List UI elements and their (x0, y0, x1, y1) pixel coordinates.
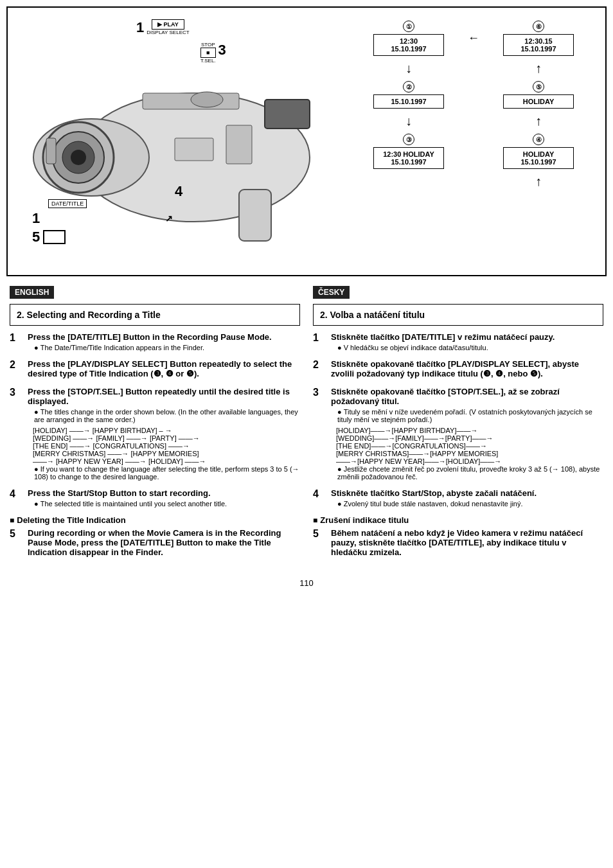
cz-step1-main: Stiskněte tlačítko [DATE/TITLE] v režimu… (331, 332, 603, 342)
diagram-section: 1 ▶ PLAY DISPLAY SELECT STOP ■ T.SEL. 3 (6, 6, 607, 276)
cz-step4-number: 4 (313, 488, 326, 509)
cz-step5-main: Během natáčení a nebo když je Video kame… (331, 528, 603, 557)
english-step2: 2 Press the [PLAY/DISPLAY SELECT] Button… (10, 359, 300, 380)
time2-line1: 15.10.1997 (379, 98, 438, 105)
czech-delete-header: Zrušení indikace titulu (313, 515, 603, 525)
step5-content: During recording or when the Movie Camer… (28, 528, 300, 559)
svg-rect-9 (46, 138, 56, 164)
czech-lang-header: ČESKY (313, 286, 350, 299)
cz-step4-main: Stiskněte tlačítko Start/Stop, abyste za… (331, 488, 603, 498)
czech-column: ČESKY 2. Volba a natáčení titulu 1 Stisk… (310, 283, 607, 569)
time3-line1: 12:30 HOLIDAY (379, 150, 438, 158)
step4-main: Press the Start/Stop Button to start rec… (28, 488, 300, 498)
time6-line1: 12:30.15 (509, 37, 568, 45)
english-lang-header: ENGLISH (10, 286, 54, 299)
svg-text:↗: ↗ (165, 213, 173, 224)
step1-main: Press the [DATE/TITLE] Button in the Rec… (28, 332, 300, 342)
czech-step4: 4 Stiskněte tlačítko Start/Stop, abyste … (313, 488, 603, 509)
czech-section-title: 2. Volba a natáčení titulu (313, 304, 603, 326)
czech-step2: 2 Stiskněte opakovaně tlačítko [PLAY/DIS… (313, 359, 603, 380)
cz-step1-sub: V hledáčku se objeví indikace data/času/… (337, 344, 603, 351)
svg-point-5 (71, 150, 86, 165)
step3-sub: The titles change in the order shown bel… (34, 408, 300, 423)
svg-rect-11 (175, 138, 213, 161)
cz-step3-sub2: Jestliže chcete změnit řeč po zvolení ti… (337, 465, 603, 481)
display-select-label: DISPLAY SELECT (147, 30, 189, 35)
time-cell-3: ③ 12:30 HOLIDAY 15.10.1997 (355, 134, 463, 169)
english-column: ENGLISH 2. Selecting and Recording a Tit… (6, 283, 303, 569)
arrow-down-1: ↓ (355, 59, 463, 78)
time-cell-6: ⑥ 12:30.15 15.10.1997 (484, 21, 592, 56)
time-cell-1: ① 12:30 15.10.1997 (355, 21, 463, 56)
stop-label: STOP (201, 42, 215, 48)
english-step3: 3 Press the [STOP/T.SEL.] Button repeate… (10, 387, 300, 482)
time-displays: ① 12:30 15.10.1997 ← ⑥ 12:30.15 15.10.19… (348, 14, 599, 269)
cz-step2-main: Stiskněte opakovaně tlačítko [PLAY/DISPL… (331, 359, 603, 378)
english-step4: 4 Press the Start/Stop Button to start r… (10, 488, 300, 509)
date-title-label: DATE/TITLE (48, 199, 87, 208)
step3-content: Press the [STOP/T.SEL.] Button repeatedl… (28, 387, 300, 482)
camera-area: 1 ▶ PLAY DISPLAY SELECT STOP ■ T.SEL. 3 (14, 14, 348, 269)
play-btn-label: ▶ PLAY (152, 19, 184, 30)
english-delete-header: Deleting the Title Indication (10, 515, 300, 525)
cz-step5-number: 5 (313, 528, 326, 559)
step3-main: Press the [STOP/T.SEL.] Button repeatedl… (28, 387, 300, 406)
time-cell-2: ② 15.10.1997 (355, 81, 463, 109)
cz-step2-content: Stiskněte opakovaně tlačítko [PLAY/DISPL… (331, 359, 603, 380)
arrow-up-4: ↑ (484, 172, 592, 191)
time3-line2: 15.10.1997 (379, 158, 438, 166)
step5-main: During recording or when the Movie Camer… (28, 528, 300, 557)
step1-content: Press the [DATE/TITLE] Button in the Rec… (28, 332, 300, 353)
step3-sub2: If you want to change the language after… (34, 465, 300, 481)
czech-step1: 1 Stiskněte tlačítko [DATE/TITLE] v reži… (313, 332, 603, 353)
time1-line1: 12:30 (379, 37, 438, 45)
cz-step3-main: Stiskněte opakovaně tlačítko [STOP/T.SEL… (331, 387, 603, 406)
cz-step3-sub: Tituly se mění v níže uvedeném pořadí. (… (337, 408, 603, 423)
time6-line2: 15.10.1997 (509, 45, 568, 53)
arrow-right-1: ← (468, 31, 479, 45)
cz-step5-content: Během natáčení a nebo když je Video kame… (331, 528, 603, 559)
time5-line1: HOLIDAY (509, 98, 568, 105)
arrow-up-5: ↑ (484, 112, 592, 130)
cz-step3-seq: [HOLIDAY]——→[HAPPY BIRTHDAY]——→ [WEDDING… (336, 427, 603, 465)
step1-number: 1 (10, 332, 22, 353)
cz-step3-content: Stiskněte opakovaně tlačítko [STOP/T.SEL… (331, 387, 603, 482)
step2-main: Press the [PLAY/DISPLAY SELECT] Button r… (28, 359, 300, 378)
svg-point-10 (191, 92, 223, 107)
content-section: ENGLISH 2. Selecting and Recording a Tit… (6, 283, 607, 569)
arrow-up-6: ↑ (484, 59, 592, 78)
english-step1: 1 Press the [DATE/TITLE] Button in the R… (10, 332, 300, 353)
time-cell-5: ⑤ HOLIDAY (484, 81, 592, 109)
step3-number: 3 (10, 387, 22, 482)
step4-number: 4 (10, 488, 22, 509)
step5-num: 5 (32, 229, 40, 245)
step1-area: DATE/TITLE 1 5 (32, 199, 87, 245)
arrow-down-2: ↓ (355, 112, 463, 130)
czech-step3: 3 Stiskněte opakovaně tlačítko [STOP/T.S… (313, 387, 603, 482)
step2-num: 1 (136, 19, 144, 36)
svg-rect-6 (239, 190, 271, 241)
cz-step1-content: Stiskněte tlačítko [DATE/TITLE] v režimu… (331, 332, 603, 353)
cz-step4-content: Stiskněte tlačítko Start/Stop, abyste za… (331, 488, 603, 509)
step4-num: 4 (175, 183, 182, 200)
step4-content: Press the Start/Stop Button to start rec… (28, 488, 300, 509)
time4-line1: HOLIDAY (509, 150, 568, 158)
step5-number: 5 (10, 528, 22, 559)
svg-rect-7 (265, 100, 310, 128)
svg-rect-12 (226, 125, 252, 164)
time4-line2: 15.10.1997 (509, 158, 568, 166)
cz-step4-sub: Zvolený titul bude stále nastaven, dokud… (337, 500, 603, 508)
cz-step3-number: 3 (313, 387, 326, 482)
step1-num: 1 (32, 210, 40, 227)
step1-sub: The Date/Time/Title Indication appears i… (34, 344, 300, 351)
czech-step5: 5 Během natáčení a nebo když je Video ka… (313, 528, 603, 559)
step3-seq: [HOLIDAY] ——→ [HAPPY BIRTHDAY] – → [WEDD… (33, 427, 300, 465)
cz-step1-number: 1 (313, 332, 326, 353)
time1-line2: 15.10.1997 (379, 45, 438, 53)
page-number: 110 (0, 578, 613, 588)
step2-content: Press the [PLAY/DISPLAY SELECT] Button r… (28, 359, 300, 380)
step2-number: 2 (10, 359, 22, 380)
english-step5: 5 During recording or when the Movie Cam… (10, 528, 300, 559)
cz-step2-number: 2 (313, 359, 326, 380)
time-cell-4: ④ HOLIDAY 15.10.1997 (484, 134, 592, 169)
